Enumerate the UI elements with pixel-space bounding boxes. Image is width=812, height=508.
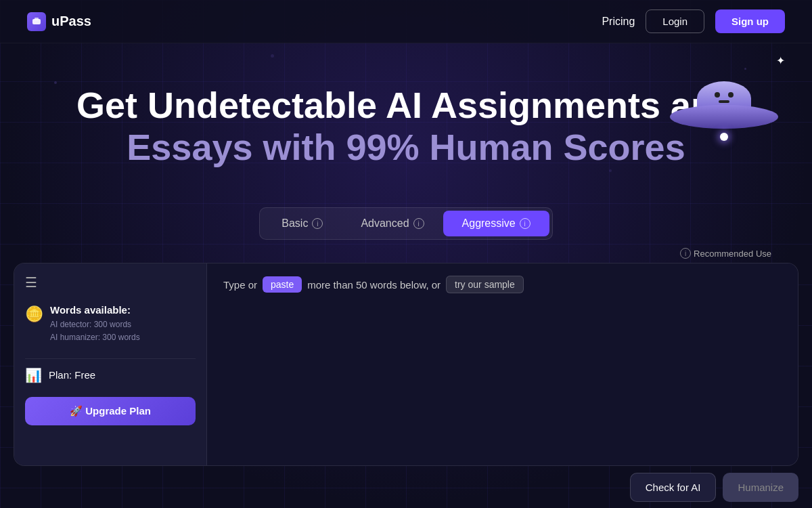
bottom-buttons: Check for AI Humanize <box>0 466 812 502</box>
login-button[interactable]: Login <box>646 9 704 33</box>
tab-advanced-label: Advanced <box>361 217 409 230</box>
menu-icon[interactable]: ☰ <box>25 274 196 291</box>
check-ai-button[interactable]: Check for AI <box>630 473 717 502</box>
signup-button[interactable]: Sign up <box>715 9 785 33</box>
logo-text: uPass <box>51 14 91 29</box>
recommended-text: Recommended Use <box>694 249 771 259</box>
advanced-info-icon[interactable]: i <box>413 218 424 229</box>
ai-detector-words: AI detector: 300 words <box>50 318 140 331</box>
recommended-info-icon: i <box>680 248 691 259</box>
aggressive-info-icon[interactable]: i <box>520 218 531 229</box>
sidebar: ☰ 🪙 Words available: AI detector: 300 wo… <box>14 263 207 465</box>
ufo-illustration: ✦ <box>656 47 792 183</box>
sample-button[interactable]: try our sample <box>446 276 524 293</box>
plan-section: 📊 Plan: Free <box>25 367 196 383</box>
text-area-header: Type or paste more than 50 words below, … <box>207 263 798 300</box>
tab-basic-label: Basic <box>281 217 308 230</box>
ufo-saucer <box>670 105 778 129</box>
text-input[interactable] <box>207 300 798 465</box>
ufo-light <box>720 133 728 141</box>
svg-rect-1 <box>35 18 39 20</box>
plan-text: Plan: Free <box>49 369 95 381</box>
divider <box>25 358 196 359</box>
mode-tabs: Basic i Advanced i Aggressive i <box>259 207 552 240</box>
ufo-body <box>670 75 778 129</box>
logo[interactable]: uPass <box>27 12 91 31</box>
text-area-container: Type or paste more than 50 words below, … <box>207 263 798 465</box>
plan-icon: 📊 <box>25 367 42 383</box>
words-title: Words available: <box>50 304 140 316</box>
more-label: more than 50 words below, or <box>307 279 441 291</box>
navbar: uPass Pricing Login Sign up <box>0 0 812 43</box>
ai-humanizer-words: AI humanizer: 300 words <box>50 331 140 344</box>
ufo-star: ✦ <box>776 54 785 67</box>
tab-aggressive-label: Aggressive <box>462 217 516 230</box>
main-content: ☰ 🪙 Words available: AI detector: 300 wo… <box>14 263 798 466</box>
words-icon: 🪙 <box>25 305 43 323</box>
basic-info-icon[interactable]: i <box>312 218 323 229</box>
type-label: Type or <box>223 279 257 291</box>
recommended-label: i Recommended Use <box>0 248 812 259</box>
tab-basic[interactable]: Basic i <box>263 211 342 236</box>
pricing-link[interactable]: Pricing <box>602 16 635 28</box>
words-section: 🪙 Words available: AI detector: 300 word… <box>25 304 196 344</box>
tab-advanced[interactable]: Advanced i <box>342 211 443 236</box>
upgrade-button[interactable]: 🚀 Upgrade Plan <box>25 397 196 425</box>
humanize-button[interactable]: Humanize <box>723 473 798 502</box>
tab-aggressive[interactable]: Aggressive i <box>443 211 549 236</box>
paste-button[interactable]: paste <box>263 276 302 293</box>
logo-icon <box>27 12 46 31</box>
nav-right: Pricing Login Sign up <box>602 9 785 33</box>
